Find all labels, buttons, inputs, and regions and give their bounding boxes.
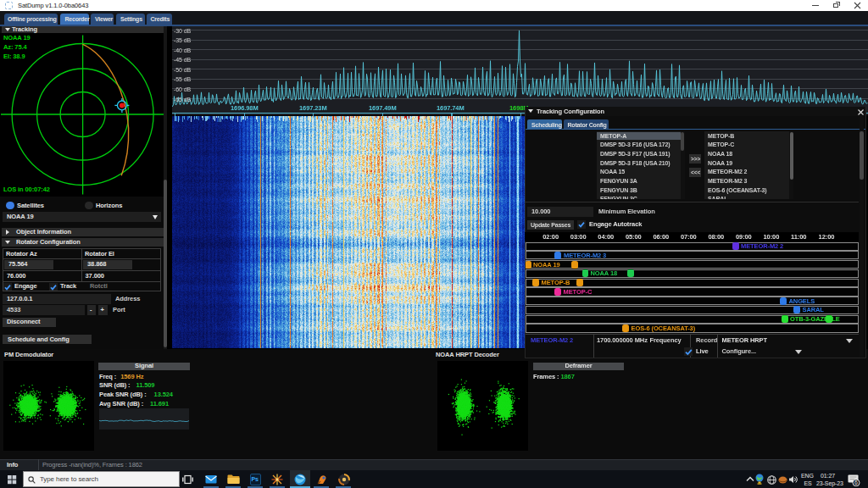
svg-text:6: 6 (854, 480, 858, 485)
